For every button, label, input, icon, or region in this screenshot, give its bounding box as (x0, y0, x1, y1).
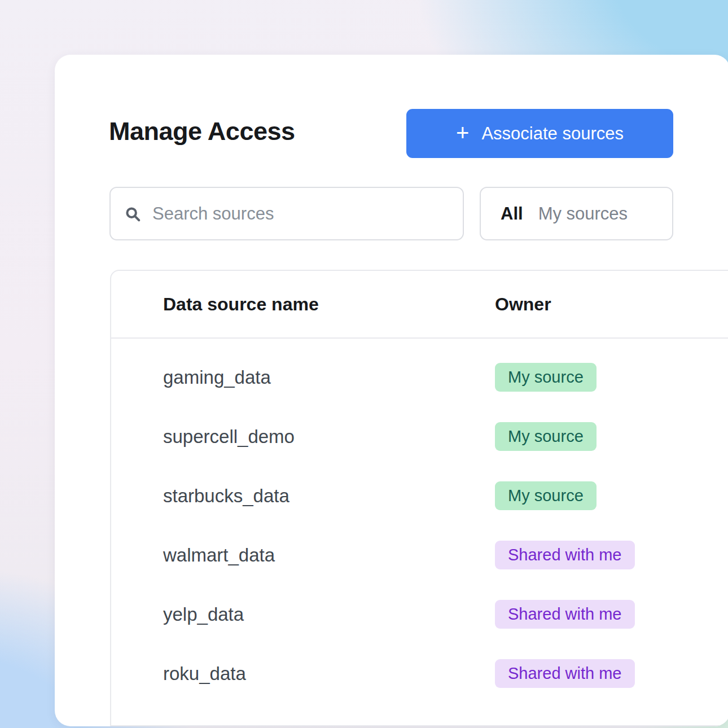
data-source-name: gaming_data (163, 367, 495, 388)
data-source-name: supercell_demo (163, 426, 495, 448)
data-source-name: walmart_data (163, 545, 495, 566)
associate-sources-button[interactable]: + Associate sources (406, 109, 673, 158)
manage-access-panel: Manage Access + Associate sources All My… (55, 55, 728, 726)
table-row[interactable]: supercell_demo My source (111, 407, 728, 466)
table-row[interactable]: walmart_data Shared with me (111, 525, 728, 585)
data-source-name: yelp_data (163, 604, 495, 625)
data-source-name: starbucks_data (163, 485, 495, 507)
table-row[interactable]: roku_data Shared with me (111, 644, 728, 703)
owner-badge: My source (495, 481, 597, 510)
filter-option-my-sources[interactable]: My sources (538, 204, 628, 224)
table-row[interactable]: gaming_data My source (111, 348, 728, 407)
search-sources-box[interactable] (109, 187, 464, 240)
sources-table: Data source name Owner gaming_data My so… (110, 270, 728, 726)
search-icon (124, 205, 141, 222)
column-header-owner: Owner (495, 294, 728, 315)
column-header-data-source-name: Data source name (163, 294, 495, 315)
table-header-row: Data source name Owner (111, 271, 728, 339)
owner-badge: Shared with me (495, 659, 635, 688)
table-body: gaming_data My source supercell_demo My … (111, 339, 728, 703)
search-input[interactable] (151, 203, 449, 225)
table-row[interactable]: yelp_data Shared with me (111, 585, 728, 644)
table-row[interactable]: starbucks_data My source (111, 466, 728, 525)
data-source-name: roku_data (163, 663, 495, 685)
associate-sources-label: Associate sources (481, 124, 624, 144)
owner-badge: My source (495, 422, 597, 451)
owner-badge: Shared with me (495, 600, 635, 629)
page-title: Manage Access (109, 117, 295, 146)
plus-icon: + (456, 121, 469, 144)
owner-filter-toggle: All My sources (480, 187, 673, 240)
filter-option-all[interactable]: All (501, 204, 523, 224)
owner-badge: My source (495, 363, 597, 392)
owner-badge: Shared with me (495, 541, 635, 569)
page-background: Manage Access + Associate sources All My… (0, 0, 728, 728)
